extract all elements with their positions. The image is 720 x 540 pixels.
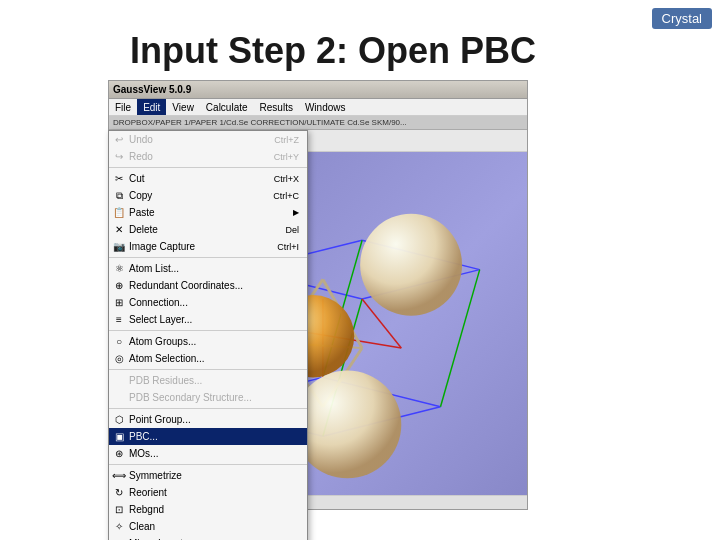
mos-label: MOs... xyxy=(129,448,158,459)
menu-view[interactable]: View xyxy=(166,99,200,115)
menu-item-pdb-residues[interactable]: PDB Residues... xyxy=(109,372,307,389)
cut-shortcut: Ctrl+X xyxy=(274,174,299,184)
menu-item-pdb-secondary[interactable]: PDB Secondary Structure... xyxy=(109,389,307,406)
menu-item-mirror-invert[interactable]: ⇔ Mirror Invert xyxy=(109,535,307,540)
redundant-coords-icon: ⊕ xyxy=(113,280,125,292)
crystal-badge: Crystal xyxy=(652,8,712,29)
atom-groups-icon: ○ xyxy=(113,336,125,348)
copy-shortcut: Ctrl+C xyxy=(273,191,299,201)
image-capture-shortcut: Ctrl+I xyxy=(277,242,299,252)
menu-results[interactable]: Results xyxy=(254,99,299,115)
menu-item-image-capture[interactable]: 📷 Image Capture Ctrl+I xyxy=(109,238,307,255)
divider-5 xyxy=(109,408,307,409)
edit-dropdown-menu: ↩ Undo Ctrl+Z ↪ Redo Ctrl+Y ✂ Cut Ctrl+X… xyxy=(108,130,308,540)
reorient-icon: ↻ xyxy=(113,487,125,499)
atom-groups-label: Atom Groups... xyxy=(129,336,196,347)
rebgnd-icon: ⊡ xyxy=(113,504,125,516)
clean-icon: ✧ xyxy=(113,521,125,533)
menu-item-undo[interactable]: ↩ Undo Ctrl+Z xyxy=(109,131,307,148)
undo-shortcut: Ctrl+Z xyxy=(274,135,299,145)
atom-list-label: Atom List... xyxy=(129,263,179,274)
pbc-menu-icon: ▣ xyxy=(113,431,125,443)
menu-item-rebgnd[interactable]: ⊡ Rebgnd xyxy=(109,501,307,518)
pbc-menu-label: PBC... xyxy=(129,431,158,442)
select-layer-icon: ≡ xyxy=(113,314,125,326)
divider-6 xyxy=(109,464,307,465)
svg-point-22 xyxy=(294,371,402,479)
menu-item-symmetrize[interactable]: ⟺ Symmetrize xyxy=(109,467,307,484)
menu-item-redundant-coords[interactable]: ⊕ Redundant Coordinates... xyxy=(109,277,307,294)
delete-icon: ✕ xyxy=(113,224,125,236)
divider-2 xyxy=(109,257,307,258)
divider-4 xyxy=(109,369,307,370)
symmetrize-label: Symmetrize xyxy=(129,470,182,481)
atom-list-icon: ⚛ xyxy=(113,263,125,275)
window-title: GaussView 5.0.9 xyxy=(113,84,523,95)
redo-shortcut: Ctrl+Y xyxy=(274,152,299,162)
pdb-residues-label: PDB Residues... xyxy=(129,375,202,386)
menu-file[interactable]: File xyxy=(109,99,137,115)
menu-item-paste[interactable]: 📋 Paste ▶ xyxy=(109,204,307,221)
atom-selection-label: Atom Selection... xyxy=(129,353,205,364)
undo-icon: ↩ xyxy=(113,134,125,146)
divider-1 xyxy=(109,167,307,168)
menu-item-delete[interactable]: ✕ Delete Del xyxy=(109,221,307,238)
delete-label: Delete xyxy=(129,224,158,235)
redo-icon: ↪ xyxy=(113,151,125,163)
symmetrize-icon: ⟺ xyxy=(113,470,125,482)
menu-item-copy[interactable]: ⧉ Copy Ctrl+C xyxy=(109,187,307,204)
clean-label: Clean xyxy=(129,521,155,532)
camera-icon: 📷 xyxy=(113,241,125,253)
menu-windows[interactable]: Windows xyxy=(299,99,352,115)
connection-icon: ⊞ xyxy=(113,297,125,309)
select-layer-label: Select Layer... xyxy=(129,314,192,325)
menu-item-point-group[interactable]: ⬡ Point Group... xyxy=(109,411,307,428)
svg-point-20 xyxy=(360,214,462,316)
page-title: Input Step 2: Open PBC xyxy=(130,30,536,72)
point-group-icon: ⬡ xyxy=(113,414,125,426)
menu-calculate[interactable]: Calculate xyxy=(200,99,254,115)
path-text: DROPBOX/PAPER 1/PAPER 1/Cd.Se CORRECTION… xyxy=(113,118,407,127)
menu-item-cut[interactable]: ✂ Cut Ctrl+X xyxy=(109,170,307,187)
cut-label: Cut xyxy=(129,173,145,184)
menu-bar: File Edit View Calculate Results Windows xyxy=(109,99,527,116)
redundant-coords-label: Redundant Coordinates... xyxy=(129,280,243,291)
cut-icon: ✂ xyxy=(113,173,125,185)
path-bar: DROPBOX/PAPER 1/PAPER 1/Cd.Se CORRECTION… xyxy=(109,116,527,130)
menu-item-select-layer[interactable]: ≡ Select Layer... xyxy=(109,311,307,328)
undo-label: Undo xyxy=(129,134,153,145)
divider-3 xyxy=(109,330,307,331)
image-capture-label: Image Capture xyxy=(129,241,195,252)
menu-edit[interactable]: Edit xyxy=(137,99,166,115)
menu-item-connection[interactable]: ⊞ Connection... xyxy=(109,294,307,311)
pdb-secondary-label: PDB Secondary Structure... xyxy=(129,392,252,403)
reorient-label: Reorient xyxy=(129,487,167,498)
window-titlebar: GaussView 5.0.9 xyxy=(109,81,527,99)
menu-item-pbc[interactable]: ▣ PBC... xyxy=(109,428,307,445)
delete-shortcut: Del xyxy=(285,225,299,235)
mos-icon: ⊛ xyxy=(113,448,125,460)
menu-item-clean[interactable]: ✧ Clean xyxy=(109,518,307,535)
paste-icon: 📋 xyxy=(113,207,125,219)
menu-item-atom-list[interactable]: ⚛ Atom List... xyxy=(109,260,307,277)
menu-item-atom-groups[interactable]: ○ Atom Groups... xyxy=(109,333,307,350)
menu-item-redo[interactable]: ↪ Redo Ctrl+Y xyxy=(109,148,307,165)
menu-item-atom-selection[interactable]: ◎ Atom Selection... xyxy=(109,350,307,367)
copy-icon: ⧉ xyxy=(113,190,125,202)
atom-selection-icon: ◎ xyxy=(113,353,125,365)
paste-label: Paste xyxy=(129,207,155,218)
menu-item-mos[interactable]: ⊛ MOs... xyxy=(109,445,307,462)
rebgnd-label: Rebgnd xyxy=(129,504,164,515)
menu-item-reorient[interactable]: ↻ Reorient xyxy=(109,484,307,501)
redo-label: Redo xyxy=(129,151,153,162)
copy-label: Copy xyxy=(129,190,152,201)
point-group-label: Point Group... xyxy=(129,414,191,425)
connection-label: Connection... xyxy=(129,297,188,308)
paste-arrow: ▶ xyxy=(293,208,299,217)
